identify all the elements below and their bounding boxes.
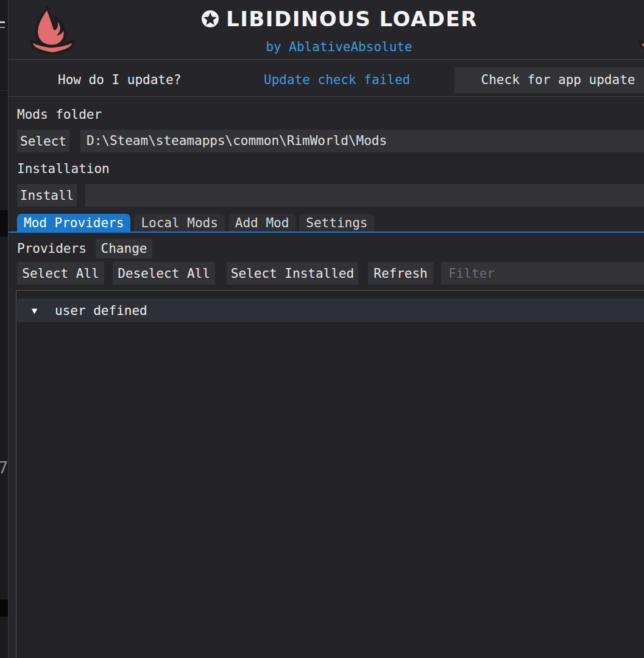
tab-add-mod[interactable]: Add Mod (228, 214, 296, 232)
deselect-all-button[interactable]: Deselect All (113, 262, 215, 285)
background-block (0, 210, 8, 236)
tree-item-label: user defined (55, 303, 147, 318)
background-dash (0, 27, 5, 28)
section-divider (9, 96, 644, 97)
check-for-app-update-button[interactable]: Check for app update (455, 67, 644, 93)
header-divider (9, 59, 644, 60)
install-button[interactable]: Install (17, 184, 77, 207)
how-do-i-update-link[interactable]: How do I update? (58, 71, 181, 88)
tab-local-mods[interactable]: Local Mods (134, 214, 224, 232)
active-tab-underline (9, 232, 644, 233)
page-title: LIBIDINOUS LOADER (9, 6, 644, 32)
app-subtitle: by AblativeAbsolute (9, 38, 644, 55)
mods-folder-path-field[interactable]: D:\Steam\steamapps\common\RimWorld\Mods (80, 130, 644, 152)
select-installed-button[interactable]: Select Installed (227, 262, 358, 285)
providers-label: Providers (17, 240, 87, 257)
refresh-button[interactable]: Refresh (368, 262, 433, 285)
installation-label: Installation (17, 160, 110, 177)
providers-tree-panel: ▼ user defined (16, 290, 644, 658)
app-window: LIBIDINOUS LOADER by AblativeAbsolute Ho… (8, 0, 644, 658)
filter-input[interactable] (441, 262, 644, 285)
chevron-down-icon[interactable]: ▼ (32, 305, 41, 316)
background-dash (0, 21, 5, 23)
circled-star-icon (200, 9, 220, 29)
background-divider (0, 90, 8, 91)
mods-folder-select-button[interactable]: Select (17, 130, 69, 152)
tree-item-user-defined[interactable]: ▼ user defined (17, 299, 644, 322)
background-partial-text: 7 (0, 456, 8, 480)
update-status-text: Update check failed (264, 71, 410, 88)
change-providers-button[interactable]: Change (96, 239, 152, 258)
tab-mod-providers[interactable]: Mod Providers (17, 214, 130, 232)
installation-field[interactable] (85, 184, 644, 207)
tab-bar: Mod Providers Local Mods Add Mod Setting… (17, 214, 374, 232)
app-title-text: LIBIDINOUS LOADER (226, 7, 478, 31)
select-all-button[interactable]: Select All (17, 262, 104, 285)
mods-folder-label: Mods folder (17, 106, 102, 123)
background-window-strip: 7 (0, 0, 8, 658)
background-block (0, 600, 8, 617)
flame-logo-icon (631, 5, 644, 57)
tab-settings[interactable]: Settings (299, 214, 374, 232)
